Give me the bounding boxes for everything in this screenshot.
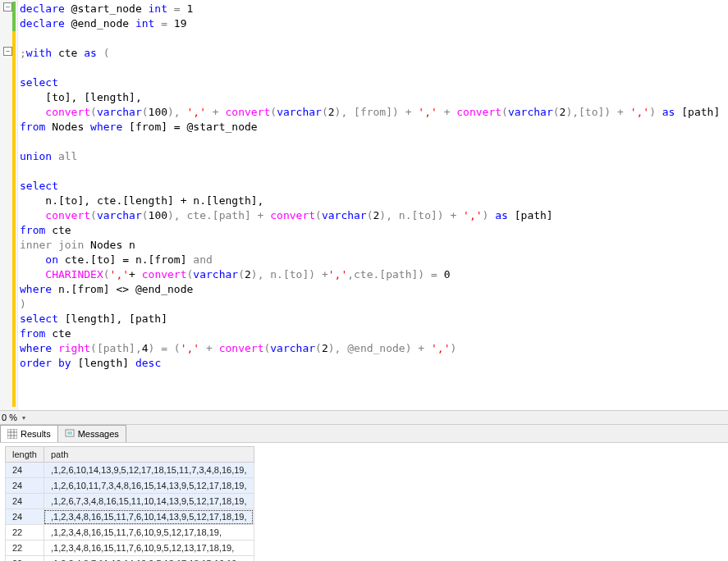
editor-gutter: − − [0,0,18,410]
table-row[interactable]: 24,1,2,6,10,11,7,3,4,8,16,15,14,13,9,5,1… [6,478,254,494]
table-row[interactable]: 22,1,2,3,4,8,16,15,11,7,6,10,9,5,12,13,1… [6,540,254,556]
tab-messages-label: Messages [78,429,119,439]
svg-rect-5 [66,430,74,436]
svg-rect-0 [7,429,17,439]
change-indicator-unsaved [12,31,16,407]
sql-editor[interactable]: − − declare @start_node int = 1 declare … [0,0,728,410]
cell-length[interactable]: 24 [6,509,44,525]
cell-path[interactable]: ,1,2,3,4,8,16,15,11,7,6,10,9,5,12,13,17,… [43,540,254,556]
col-length[interactable]: length [6,447,44,463]
zoom-dropdown-icon[interactable]: ▾ [21,414,27,422]
cell-length[interactable]: 22 [6,540,44,556]
cell-length[interactable]: 24 [6,463,44,478]
cell-length[interactable]: 24 [6,494,44,509]
fold-button[interactable]: − [3,2,12,11]
cell-path[interactable]: ,1,2,3,4,8,7,11,10,14,13,9,5,12,17,18,15… [43,556,254,562]
code-area[interactable]: declare @start_node int = 1 declare @end… [18,0,728,410]
results-pane[interactable]: length path 24,1,2,6,10,14,13,9,5,12,17,… [0,443,728,561]
table-row[interactable]: 24,1,2,6,7,3,4,8,16,15,11,10,14,13,9,5,1… [6,494,254,509]
cell-path[interactable]: ,1,2,6,10,11,7,3,4,8,16,15,14,13,9,5,12,… [43,478,254,494]
cell-path[interactable]: ,1,2,6,7,3,4,8,16,15,11,10,14,13,9,5,12,… [43,494,254,509]
cell-length[interactable]: 24 [6,478,44,494]
table-row[interactable]: 24,1,2,6,10,14,13,9,5,12,17,18,15,11,7,3… [6,463,254,478]
table-row[interactable]: 22,1,2,3,4,8,16,15,11,7,6,10,9,5,12,17,1… [6,525,254,540]
cell-path[interactable]: ,1,2,6,10,14,13,9,5,12,17,18,15,11,7,3,4… [43,463,254,478]
table-row[interactable]: 24,1,2,3,4,8,16,15,11,7,6,10,14,13,9,5,1… [6,509,254,525]
change-indicator-saved [12,2,16,31]
table-row[interactable]: 22,1,2,3,4,8,7,11,10,14,13,9,5,12,17,18,… [6,556,254,562]
tab-results-label: Results [21,429,51,439]
grid-header-row: length path [6,447,254,463]
cell-length[interactable]: 22 [6,525,44,540]
zoom-value: 0 % [2,413,17,422]
col-path[interactable]: path [43,447,254,463]
cell-path[interactable]: ,1,2,3,4,8,16,15,11,7,6,10,14,13,9,5,12,… [43,509,254,525]
fold-button[interactable]: − [3,47,12,56]
tab-results[interactable]: Results [0,425,58,442]
cell-length[interactable]: 22 [6,556,44,562]
cell-path[interactable]: ,1,2,3,4,8,16,15,11,7,6,10,9,5,12,17,18,… [43,525,254,540]
results-grid[interactable]: length path 24,1,2,6,10,14,13,9,5,12,17,… [5,446,254,561]
results-tabstrip: Results Messages [0,425,728,443]
zoom-bar: 0 % ▾ [0,410,728,425]
messages-icon [65,429,75,439]
tab-messages[interactable]: Messages [57,425,126,442]
grid-icon [7,429,17,439]
